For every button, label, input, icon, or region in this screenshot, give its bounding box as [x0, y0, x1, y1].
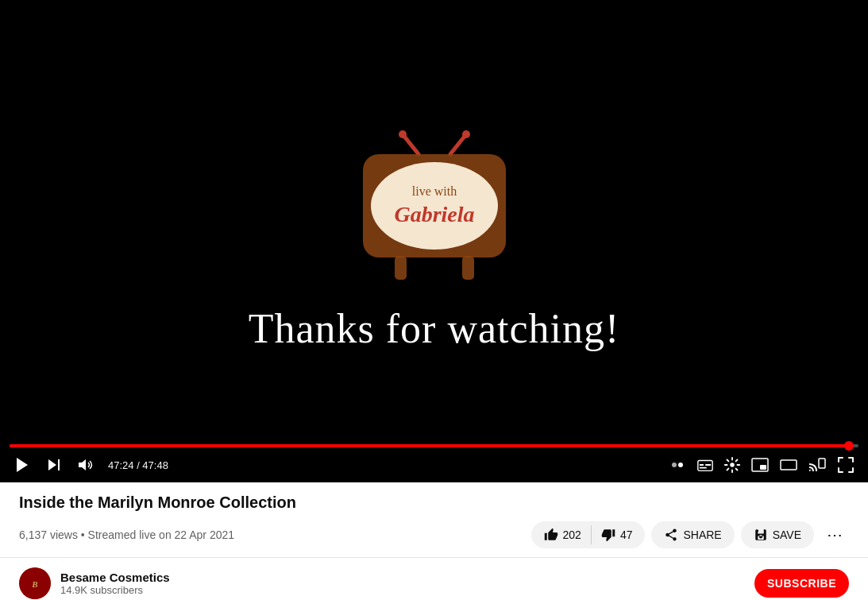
miniplayer-button[interactable]: [747, 452, 773, 478]
controls-right: [665, 452, 858, 478]
svg-point-20: [730, 463, 735, 467]
fullscreen-button[interactable]: [833, 452, 858, 478]
svg-marker-11: [48, 459, 56, 470]
time-display: 47:24 / 47:48: [108, 459, 168, 471]
svg-marker-13: [79, 459, 86, 470]
channel-info: Besame Cosmetics 14.9K subscribers: [60, 571, 745, 596]
subscribe-button[interactable]: SUBSCRIBE: [754, 569, 849, 598]
svg-rect-17: [700, 464, 704, 466]
svg-rect-23: [781, 460, 797, 470]
tv-logo: live with Gabriela: [347, 130, 522, 289]
svg-rect-22: [760, 465, 766, 470]
video-meta-row: 6,137 views • Streamed live on 22 Apr 20…: [19, 519, 849, 551]
svg-rect-8: [395, 256, 407, 280]
svg-rect-9: [462, 256, 474, 280]
theater-button[interactable]: [776, 452, 801, 478]
save-icon: [754, 528, 768, 542]
play-button[interactable]: [10, 452, 35, 478]
cast-button[interactable]: [804, 452, 830, 478]
like-button[interactable]: 202: [531, 521, 591, 548]
video-stats: 6,137 views • Streamed live on 22 Apr 20…: [19, 528, 234, 541]
video-title: Inside the Marilyn Monroe Collection: [19, 492, 849, 513]
share-icon: [664, 528, 678, 542]
more-options-button[interactable]: ⋯: [820, 519, 849, 551]
next-button[interactable]: [41, 452, 67, 478]
channel-subscribers: 14.9K subscribers: [60, 584, 745, 596]
video-player[interactable]: live with Gabriela Thanks for watching!: [0, 0, 868, 482]
svg-rect-18: [705, 464, 711, 466]
settings-button[interactable]: [720, 453, 744, 477]
subtitles-button[interactable]: [693, 453, 717, 477]
video-info: Inside the Marilyn Monroe Collection 6,1…: [0, 482, 868, 558]
like-count: 202: [563, 528, 581, 541]
thumbs-up-icon: [544, 528, 558, 542]
speed-button[interactable]: [665, 452, 690, 478]
svg-point-1: [399, 130, 407, 138]
save-button[interactable]: SAVE: [741, 521, 814, 548]
more-dots: ⋯: [827, 525, 843, 544]
thumbs-down-icon: [601, 528, 615, 542]
channel-avatar[interactable]: B: [19, 567, 51, 599]
miniplayer-icon: [750, 455, 770, 474]
like-dislike-group: 202 47: [531, 521, 646, 548]
video-frame: live with Gabriela Thanks for watching!: [0, 0, 868, 482]
avatar-image: B: [19, 567, 51, 599]
volume-icon: [76, 455, 95, 474]
play-icon: [13, 455, 32, 474]
theater-icon: [779, 455, 798, 474]
share-label: SHARE: [683, 528, 721, 541]
dislike-button[interactable]: 47: [592, 521, 646, 548]
svg-marker-10: [17, 458, 28, 472]
svg-text:Gabriela: Gabriela: [394, 202, 474, 226]
thanks-text: Thanks for watching!: [249, 305, 620, 352]
share-button[interactable]: SHARE: [651, 521, 734, 548]
svg-text:B: B: [31, 579, 37, 589]
svg-point-14: [672, 463, 677, 467]
svg-rect-19: [700, 467, 707, 469]
next-icon: [44, 455, 64, 474]
cast-icon: [808, 455, 827, 474]
settings-icon: [723, 456, 741, 474]
speed-icon: [668, 455, 687, 474]
volume-button[interactable]: [73, 452, 98, 478]
channel-row: B Besame Cosmetics 14.9K subscribers SUB…: [0, 558, 868, 600]
save-label: SAVE: [773, 528, 801, 541]
channel-name[interactable]: Besame Cosmetics: [60, 571, 745, 584]
svg-rect-24: [819, 459, 825, 468]
svg-rect-12: [58, 459, 60, 470]
dislike-count: 47: [620, 528, 633, 541]
subtitles-icon: [696, 456, 714, 474]
fullscreen-icon: [836, 455, 855, 474]
action-buttons: 202 47 SHARE: [531, 519, 849, 551]
svg-point-15: [678, 463, 683, 467]
svg-point-3: [462, 130, 470, 138]
video-controls: 47:24 / 47:48: [0, 447, 868, 482]
svg-text:live with: live with: [411, 184, 456, 198]
